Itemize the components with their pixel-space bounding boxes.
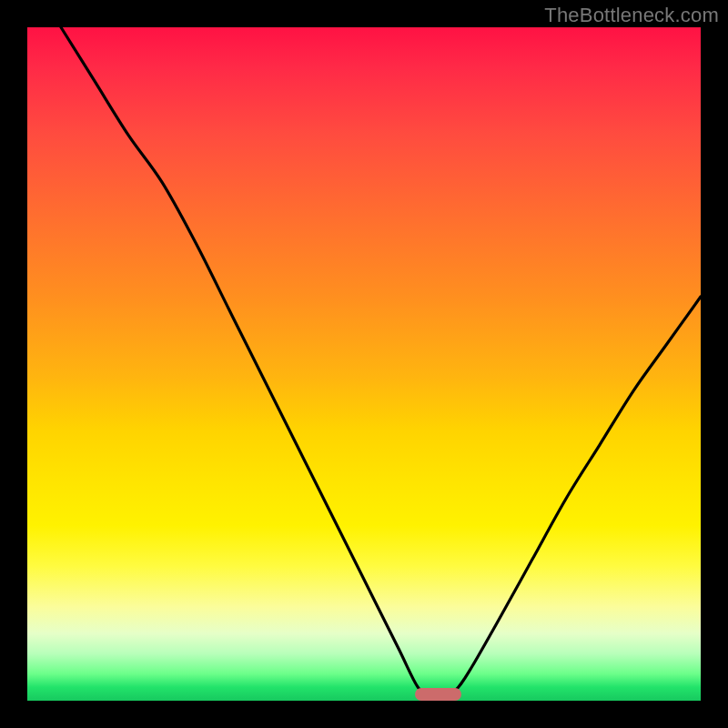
bottleneck-curve <box>27 27 701 701</box>
plot-area <box>27 27 701 701</box>
minimum-marker <box>415 688 462 701</box>
watermark-text: TheBottleneck.com <box>544 4 719 27</box>
chart-frame: TheBottleneck.com <box>0 0 728 728</box>
